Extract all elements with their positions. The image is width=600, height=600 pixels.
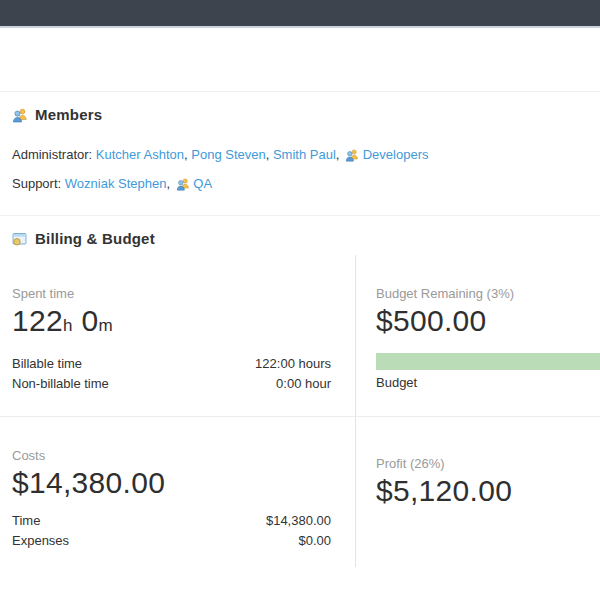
top-navigation-bar xyxy=(0,0,600,28)
profit-value: $5,120.00 xyxy=(376,473,600,509)
role-label: Administrator: xyxy=(12,147,92,162)
hours-unit: h xyxy=(63,316,73,335)
group-link-developers[interactable]: Developers xyxy=(363,147,429,162)
member-link-smith-paul[interactable]: Smith Paul xyxy=(273,147,336,162)
non-billable-time-value: 0:00 hour xyxy=(276,374,331,394)
billing-icon xyxy=(12,231,28,247)
separator: , xyxy=(266,147,270,162)
billing-title: Billing & Budget xyxy=(35,230,155,247)
costs-label: Costs xyxy=(12,447,331,465)
billable-time-row: Billable time 122:00 hours xyxy=(12,354,331,374)
member-row-administrator: Administrator: Kutcher Ashton, Pong Stev… xyxy=(12,147,588,162)
spent-time-panel: Spent time 122h 0m Billable time 122:00 … xyxy=(0,255,355,417)
budget-remaining-label: Budget Remaining (3%) xyxy=(376,285,600,303)
billing-budget-section: Billing & Budget Spent time 122h 0m Bill… xyxy=(0,216,600,567)
member-row-support: Support: Wozniak Stephen, QA xyxy=(12,176,588,191)
costs-panel: Costs $14,380.00 Time $14,380.00 Expense… xyxy=(0,417,355,567)
time-cost-row: Time $14,380.00 xyxy=(12,511,331,531)
billing-stats-grid: Spent time 122h 0m Billable time 122:00 … xyxy=(0,255,600,567)
group-icon xyxy=(176,177,190,191)
budget-progress-bar xyxy=(376,353,600,370)
member-link-kutcher-ashton[interactable]: Kutcher Ashton xyxy=(96,147,184,162)
group-icon xyxy=(345,148,359,162)
profit-label: Profit (26%) xyxy=(376,455,600,473)
member-link-wozniak-stephen[interactable]: Wozniak Stephen xyxy=(65,176,167,191)
spent-minutes: 0 xyxy=(81,304,98,337)
role-label: Support: xyxy=(12,176,61,191)
expenses-value: $0.00 xyxy=(298,531,331,551)
page-header-area xyxy=(0,28,600,91)
budget-remaining-panel: Budget Remaining (3%) $500.00 Budget xyxy=(355,255,600,417)
non-billable-time-label: Non-billable time xyxy=(12,374,109,394)
member-link-pong-steven[interactable]: Pong Steven xyxy=(191,147,265,162)
non-billable-time-row: Non-billable time 0:00 hour xyxy=(12,374,331,394)
billable-time-label: Billable time xyxy=(12,354,82,374)
group-link-qa[interactable]: QA xyxy=(193,176,212,191)
expenses-label: Expenses xyxy=(12,531,69,551)
separator: , xyxy=(166,176,170,191)
separator: , xyxy=(184,147,188,162)
costs-value: $14,380.00 xyxy=(12,465,331,501)
spent-time-value: 122h 0m xyxy=(12,303,331,344)
spent-time-label: Spent time xyxy=(12,285,331,303)
spent-hours: 122 xyxy=(12,304,63,337)
time-cost-label: Time xyxy=(12,511,40,531)
budget-remaining-value: $500.00 xyxy=(376,303,600,339)
budget-bar-label: Budget xyxy=(376,373,600,393)
minutes-unit: m xyxy=(98,316,112,335)
profit-panel: Profit (26%) $5,120.00 xyxy=(355,417,600,567)
members-title: Members xyxy=(35,106,102,123)
group-icon xyxy=(12,107,28,123)
billable-time-value: 122:00 hours xyxy=(255,354,331,374)
separator: , xyxy=(336,147,340,162)
members-section: Members Administrator: Kutcher Ashton, P… xyxy=(0,92,600,215)
expenses-row: Expenses $0.00 xyxy=(12,531,331,551)
time-cost-value: $14,380.00 xyxy=(266,511,331,531)
